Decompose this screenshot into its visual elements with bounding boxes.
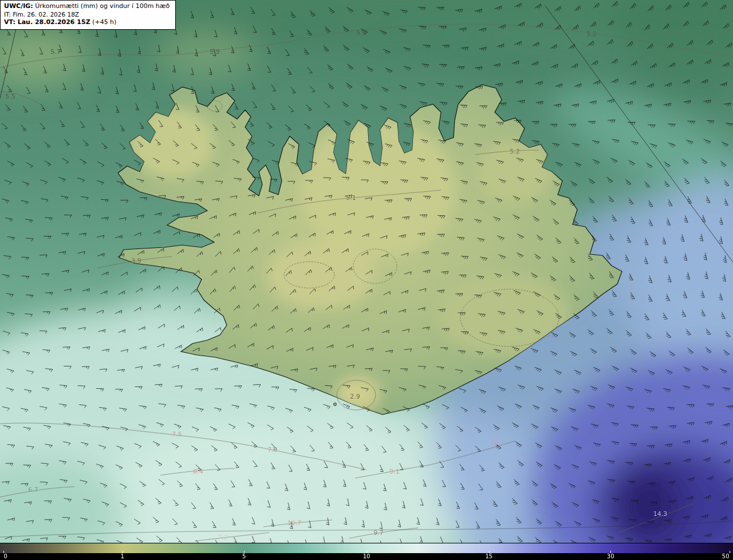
contour-label: 3.9	[131, 257, 141, 265]
init-time-line: IT: Fim. 26. 02. 2026 18Z	[4, 11, 170, 19]
contour-label: 8.4	[193, 468, 203, 475]
map-title-line1: UWC/IG: Úrkomumætti (mm) og vindur í 100…	[4, 2, 170, 11]
contour-label: 7.5	[172, 431, 182, 438]
colorbar-ticks: 01510153050	[0, 553, 733, 560]
contour-label: 7.5	[267, 446, 278, 453]
map-title-text: Úrkomumætti (mm) og vindur í 100m hæð	[33, 2, 170, 10]
colorbar-tick-mark	[244, 551, 245, 553]
contour-label: 7.2	[218, 534, 228, 541]
contour-label: 5.1	[346, 194, 356, 202]
contour-label: 2.9	[350, 393, 360, 400]
contour-label: 10.7	[287, 519, 302, 527]
colorbar-tick-mark	[123, 551, 123, 553]
colorbar-tick-label: 50	[722, 554, 730, 559]
contour-label: 9.1	[389, 468, 400, 475]
colorbar-tick-mark	[610, 551, 611, 553]
colorbar-tick-label: 1	[121, 554, 124, 559]
colorbar-tick-label: 10	[363, 554, 371, 559]
precipitation-colorbar: 01510153050	[0, 543, 733, 560]
colorbar-tick-mark	[366, 551, 367, 553]
contour-label: 5.2	[510, 148, 520, 155]
contour-label: 5.2	[586, 30, 597, 38]
colorbar-tick-label: 30	[607, 554, 614, 559]
map-title-box: UWC/IG: Úrkomumætti (mm) og vindur í 100…	[0, 0, 176, 30]
contour-label: 6.7	[28, 486, 38, 494]
contour-label: 14.3	[653, 510, 668, 518]
colorbar-tick-label: 15	[485, 554, 492, 559]
precipitation-wind-map: 5.75.95.15.25.55.25.13.92.97.57.58.46.79…	[0, 0, 733, 543]
contour-label: 10.4	[491, 439, 505, 447]
valid-time-line: VT: Lau. 28.02.2026 15Z (+45 h)	[4, 18, 170, 27]
colorbar-tick-label: 0	[3, 554, 7, 559]
contour-label: 5.9	[210, 48, 220, 56]
colorbar-tick-mark	[730, 551, 730, 553]
weather-map-page: 5.75.95.15.25.55.25.13.92.97.57.58.46.79…	[0, 0, 733, 560]
contour-label: 5.7	[50, 48, 61, 56]
valid-time-offset: (+45 h)	[90, 18, 117, 26]
valid-time-bold: VT: Lau. 28.02.2026 15Z	[4, 18, 90, 26]
colorbar-tick-mark	[3, 551, 4, 553]
contour-label: 5.5	[5, 93, 15, 100]
colorbar-tick-label: 5	[242, 554, 246, 559]
map-area: 5.75.95.15.25.55.25.13.92.97.57.58.46.79…	[0, 0, 733, 543]
island-vestmannaeyjar	[334, 403, 337, 406]
contour-label: 9.7	[373, 529, 384, 537]
contour-label: 5.1	[356, 29, 366, 37]
colorbar-tick-mark	[489, 551, 490, 553]
model-name: UWC/IG:	[4, 2, 33, 10]
